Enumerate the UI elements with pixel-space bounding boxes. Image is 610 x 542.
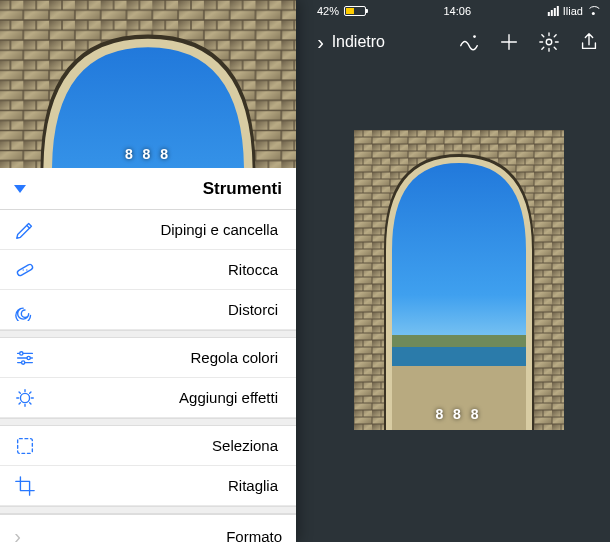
separator xyxy=(0,418,296,426)
svg-rect-16 xyxy=(18,438,33,453)
chevron-down-icon xyxy=(14,185,26,193)
crop-icon xyxy=(14,475,36,497)
tools-list: Dipingi e cancella Ritocca Distorci Rego… xyxy=(0,210,296,542)
app-toolbar: Indietro › xyxy=(307,22,610,62)
svg-point-15 xyxy=(20,393,29,402)
chevron-right-icon: › xyxy=(317,31,324,54)
canvas-photo-cropped: 8 8 8 xyxy=(0,0,296,168)
battery-pct: 42% xyxy=(317,5,339,17)
gear-icon[interactable] xyxy=(538,31,560,53)
svg-point-12 xyxy=(20,351,23,354)
marquee-icon xyxy=(14,435,36,457)
battery-icon xyxy=(344,6,366,16)
sliders-icon xyxy=(14,347,36,369)
watermark: 8 8 8 xyxy=(435,406,481,422)
tool-item-distort[interactable]: Distorci xyxy=(0,290,296,330)
spiral-icon xyxy=(14,299,36,321)
svg-point-10 xyxy=(23,269,24,270)
tool-label: Ritocca xyxy=(228,261,278,278)
watermark: 8 8 8 xyxy=(125,146,171,162)
tools-title: Strumenti xyxy=(203,179,282,199)
tool-item-select[interactable]: Seleziona xyxy=(0,426,296,466)
tools-panel-header[interactable]: Strumenti xyxy=(0,168,296,210)
svg-point-11 xyxy=(26,269,27,270)
signal-icon xyxy=(548,6,559,16)
phone-left-screen: 8 8 8 Strumenti Dipingi e cancella Ritoc… xyxy=(0,0,296,542)
arch-image xyxy=(354,130,564,430)
svg-point-13 xyxy=(27,356,30,359)
svg-point-7 xyxy=(546,39,552,45)
canvas-photo[interactable]: 8 8 8 xyxy=(354,130,564,430)
tool-label: Dipingi e cancella xyxy=(160,221,278,238)
format-row[interactable]: Formato › xyxy=(0,514,296,542)
tool-item-paint-erase[interactable]: Dipingi e cancella xyxy=(0,210,296,250)
brush-icon xyxy=(14,219,36,241)
tool-label: Ritaglia xyxy=(228,477,278,494)
svg-point-14 xyxy=(22,360,25,363)
tool-label: Distorci xyxy=(228,301,278,318)
tool-label: Seleziona xyxy=(212,437,278,454)
phone-right-screen: Iliad 14:06 42% Indietro › xyxy=(307,0,610,542)
tool-label: Regola colori xyxy=(190,349,278,366)
back-button[interactable]: Indietro › xyxy=(317,31,385,54)
share-icon[interactable] xyxy=(578,31,600,53)
svg-point-8 xyxy=(473,35,476,38)
wifi-icon xyxy=(587,6,600,16)
sparkle-icon xyxy=(14,387,36,409)
clock: 14:06 xyxy=(443,5,471,17)
fx-icon[interactable] xyxy=(458,31,480,53)
tool-label: Aggiungi effetti xyxy=(179,389,278,406)
tool-item-crop[interactable]: Ritaglia xyxy=(0,466,296,506)
format-label: Formato xyxy=(226,528,282,543)
chevron-right-icon: › xyxy=(14,525,21,543)
tool-item-adjust-colors[interactable]: Regola colori xyxy=(0,338,296,378)
svg-rect-9 xyxy=(16,263,33,276)
separator xyxy=(0,506,296,514)
plus-icon[interactable] xyxy=(498,31,520,53)
separator xyxy=(0,330,296,338)
status-bar: Iliad 14:06 42% xyxy=(307,0,610,22)
arch-image xyxy=(0,0,296,168)
bandage-icon xyxy=(14,259,36,281)
back-label: Indietro xyxy=(332,33,385,51)
tool-item-add-effects[interactable]: Aggiungi effetti xyxy=(0,378,296,418)
tool-item-retouch[interactable]: Ritocca xyxy=(0,250,296,290)
carrier-label: Iliad xyxy=(563,5,583,17)
